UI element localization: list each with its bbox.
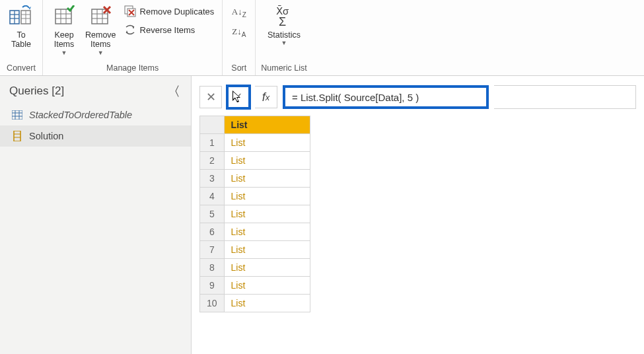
query-item-stackedtoorderedtable[interactable]: StackedToOrderedTable: [0, 104, 191, 125]
dropdown-caret-icon: ▼: [98, 50, 104, 56]
query-item-solution[interactable]: Solution: [0, 125, 191, 147]
to-table-label: To Table: [11, 30, 31, 50]
reverse-items-label: Reverse Items: [140, 25, 196, 35]
formula-bar: ✕ ✓ fx = List.Split( Source[Data], 5 ): [192, 76, 644, 116]
table-row[interactable]: 2List: [200, 152, 310, 170]
ribbon-group-numeric-label: Numeric List: [261, 63, 306, 75]
data-grid: List 1List 2List 3List 4List 5List 6List…: [192, 116, 644, 312]
formula-input-rest[interactable]: [494, 85, 636, 109]
queries-collapse-button[interactable]: 〈: [172, 84, 182, 98]
to-table-icon: [8, 3, 34, 30]
formula-fx-button[interactable]: fx: [255, 86, 277, 108]
row-number: 7: [200, 241, 225, 259]
ribbon-group-sort: A↓Z Z↓A Sort: [223, 0, 256, 75]
column-header-list[interactable]: List: [224, 116, 310, 134]
statistics-label: Statistics: [268, 30, 301, 40]
list-cell[interactable]: List: [224, 170, 310, 188]
remove-items-button[interactable]: Remove Items ▼: [83, 1, 119, 56]
statistics-button[interactable]: X̄σ Σ Statistics ▼: [265, 1, 303, 47]
formula-input[interactable]: = List.Split( Source[Data], 5 ): [283, 85, 489, 109]
row-number: 2: [200, 152, 225, 170]
queries-pane: Queries [2] 〈 StackedToOrderedTable Solu…: [0, 76, 192, 354]
list-table: List 1List 2List 3List 4List 5List 6List…: [199, 116, 310, 312]
table-row[interactable]: 9List: [200, 277, 310, 295]
table-row[interactable]: 1List: [200, 134, 310, 152]
formula-cancel-button[interactable]: ✕: [199, 86, 222, 108]
ribbon-group-manage-label: Manage Items: [106, 63, 159, 75]
to-table-button[interactable]: To Table: [5, 1, 37, 50]
table-icon: [12, 110, 22, 120]
keep-items-icon: [51, 3, 77, 30]
sort-desc-button[interactable]: Z↓A: [231, 25, 247, 40]
remove-duplicates-button[interactable]: Remove Duplicates: [122, 4, 217, 18]
remove-duplicates-icon: [124, 5, 136, 17]
chevron-left-icon: 〈: [175, 84, 179, 97]
row-number: 6: [200, 223, 225, 241]
list-cell[interactable]: List: [224, 134, 310, 152]
table-row[interactable]: 5List: [200, 205, 310, 223]
sort-desc-icon: Z↓A: [232, 26, 246, 38]
dropdown-caret-icon: ▼: [281, 40, 287, 46]
main-pane: ✕ ✓ fx = List.Split( Source[Data], 5 ) L…: [192, 76, 644, 354]
keep-items-button[interactable]: Keep Items ▼: [48, 1, 80, 56]
row-number: 1: [200, 134, 225, 152]
ribbon-group-manage: Keep Items ▼ Remove Items ▼: [43, 0, 223, 75]
table-row[interactable]: 6List: [200, 223, 310, 241]
row-number-header: [200, 116, 225, 134]
check-icon: ✓: [233, 90, 243, 104]
remove-items-icon: [87, 3, 114, 30]
row-number: 9: [200, 277, 225, 295]
sort-asc-icon: A↓Z: [232, 7, 246, 18]
svg-rect-29: [12, 110, 22, 120]
row-number: 5: [200, 205, 225, 223]
list-cell[interactable]: List: [224, 205, 310, 223]
formula-confirm-button[interactable]: ✓: [227, 86, 250, 108]
ribbon-group-convert-label: Convert: [7, 63, 36, 75]
svg-rect-34: [14, 131, 20, 141]
ribbon: To Table Convert Keep Items: [0, 0, 644, 76]
list-cell[interactable]: List: [224, 277, 310, 295]
table-row[interactable]: 3List: [200, 170, 310, 188]
query-item-label: StackedToOrderedTable: [29, 110, 132, 120]
row-number: 8: [200, 259, 225, 277]
statistics-icon: X̄σ Σ: [271, 3, 297, 30]
queries-header: Queries [2] 〈: [0, 76, 191, 104]
table-row[interactable]: 10List: [200, 295, 310, 312]
x-icon: ✕: [206, 90, 216, 104]
dropdown-caret-icon: ▼: [61, 50, 67, 56]
list-cell[interactable]: List: [224, 223, 310, 241]
body: Queries [2] 〈 StackedToOrderedTable Solu…: [0, 76, 644, 354]
formula-text: = List.Split( Source[Data], 5 ): [292, 92, 419, 103]
list-cell[interactable]: List: [224, 241, 310, 259]
list-cell[interactable]: List: [224, 259, 310, 277]
reverse-items-icon: [124, 24, 136, 36]
row-number: 3: [200, 170, 225, 188]
remove-items-label: Remove Items: [85, 30, 116, 50]
list-cell[interactable]: List: [224, 188, 310, 205]
reverse-items-button[interactable]: Reverse Items: [122, 22, 217, 37]
row-number: 10: [200, 295, 225, 312]
table-row[interactable]: 7List: [200, 241, 310, 259]
sort-asc-button[interactable]: A↓Z: [231, 5, 247, 20]
list-icon: [12, 131, 22, 141]
table-row[interactable]: 4List: [200, 188, 310, 205]
ribbon-group-sort-label: Sort: [231, 63, 246, 75]
remove-duplicates-label: Remove Duplicates: [140, 7, 215, 17]
list-cell[interactable]: List: [224, 295, 310, 312]
svg-rect-9: [55, 9, 71, 24]
svg-text:Σ: Σ: [279, 15, 286, 28]
row-number: 4: [200, 188, 225, 205]
query-item-label: Solution: [29, 131, 63, 141]
ribbon-group-numeric: X̄σ Σ Statistics ▼ Numeric List: [256, 0, 312, 75]
list-cell[interactable]: List: [224, 152, 310, 170]
queries-title: Queries [2]: [9, 85, 64, 98]
ribbon-group-convert: To Table Convert: [0, 0, 43, 75]
keep-items-label: Keep Items: [54, 30, 75, 50]
table-row[interactable]: 8List: [200, 259, 310, 277]
svg-marker-8: [29, 7, 31, 10]
